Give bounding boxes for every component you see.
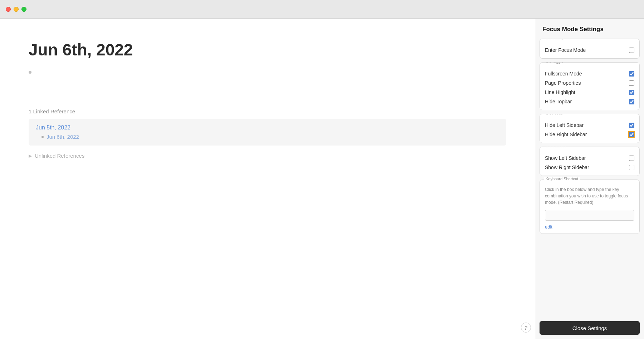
on-focus-group: On Focus Hide Left Sidebar Hide Right Si… [540,114,640,143]
fullscreen-mode-row: Fullscreen Mode [545,69,634,78]
right-panel: Focus Mode Settings On Startup Enter Foc… [535,19,644,339]
maximize-window-button[interactable] [21,7,26,12]
unlinked-references-label: Unlinked References [35,153,84,159]
app-body: Jun 6th, 2022 1 Linked Reference Jun 5th… [0,19,644,339]
on-focus-content: Hide Left Sidebar Hide Right Sidebar [540,114,639,143]
show-left-sidebar-label: Show Left Sidebar [545,155,586,161]
on-toggle-group: On Toggle Fullscreen Mode Page Propertie… [540,62,640,110]
fullscreen-mode-label: Fullscreen Mode [545,71,582,77]
show-right-sidebar-row: Show Right Sidebar [545,163,634,172]
linked-ref-sub: Jun 6th, 2022 [36,134,499,140]
hide-right-sidebar-row: Hide Right Sidebar [545,130,634,139]
line-highlight-label: Line Highlight [545,89,575,95]
references-section: 1 Linked Reference Jun 5th, 2022 Jun 6th… [29,101,506,159]
close-window-button[interactable] [6,7,11,12]
hide-left-sidebar-label: Hide Left Sidebar [545,122,584,128]
on-toggle-label: On Toggle [544,62,565,64]
show-right-sidebar-checkbox[interactable] [629,165,634,170]
keyboard-content: Click in the box below and type the key … [540,180,639,234]
hide-right-sidebar-label: Hide Right Sidebar [545,132,587,137]
keyboard-shortcut-label: Keyboard Shortcut [544,177,580,181]
keyboard-edit-link[interactable]: edit [545,224,552,230]
hide-topbar-row: Hide Topbar [545,97,634,106]
show-right-sidebar-label: Show Right Sidebar [545,164,589,170]
hide-right-sidebar-checkbox[interactable] [629,132,634,137]
page-properties-label: Page Properties [545,80,581,86]
enter-focus-mode-row: Enter Focus Mode [545,45,634,55]
keyboard-description: Click in the box below and type the key … [545,186,634,206]
linked-reference-item: Jun 5th, 2022 Jun 6th, 2022 [29,119,506,146]
page-title: Jun 6th, 2022 [29,40,506,59]
panel-scroll: On Startup Enter Focus Mode On Toggle Fu… [535,39,644,318]
hide-topbar-checkbox[interactable] [629,99,634,104]
traffic-lights [6,7,26,12]
panel-title: Focus Mode Settings [535,19,644,39]
minimize-window-button[interactable] [14,7,19,12]
page-properties-row: Page Properties [545,78,634,88]
bullet-point [29,71,31,74]
on-startup-label: On Startup [544,39,566,40]
on-focus-label: On Focus [544,114,564,115]
show-left-sidebar-row: Show Left Sidebar [545,153,634,163]
close-settings-button[interactable]: Close Settings [540,321,640,335]
linked-ref-sub-text: Jun 6th, 2022 [47,134,79,140]
hide-left-sidebar-checkbox[interactable] [629,123,634,128]
linked-references-header: 1 Linked Reference [29,101,506,114]
linked-ref-sub-bullet [42,136,44,138]
main-content: Jun 6th, 2022 1 Linked Reference Jun 5th… [0,19,535,339]
hide-left-sidebar-row: Hide Left Sidebar [545,121,634,130]
help-button[interactable]: ? [521,323,531,333]
unlinked-references-header[interactable]: ▶ Unlinked References [29,153,506,159]
show-left-sidebar-checkbox[interactable] [629,156,634,161]
line-highlight-checkbox[interactable] [629,90,634,95]
linked-ref-title[interactable]: Jun 5th, 2022 [36,124,499,131]
chevron-right-icon: ▶ [29,153,32,158]
hide-topbar-label: Hide Topbar [545,99,572,104]
on-unfocus-label: On Unfocus [544,147,568,148]
on-unfocus-content: Show Left Sidebar Show Right Sidebar [540,147,639,176]
enter-focus-mode-label: Enter Focus Mode [545,47,586,53]
on-startup-group: On Startup Enter Focus Mode [540,39,640,59]
fullscreen-mode-checkbox[interactable] [629,71,634,77]
on-unfocus-group: On Unfocus Show Left Sidebar Show Right … [540,147,640,176]
on-toggle-content: Fullscreen Mode Page Properties Line Hig… [540,63,639,110]
page-properties-checkbox[interactable] [629,80,634,86]
titlebar [0,0,644,19]
keyboard-shortcut-group: Keyboard Shortcut Click in the box below… [540,180,640,234]
on-startup-content: Enter Focus Mode [540,39,639,58]
line-highlight-row: Line Highlight [545,88,634,97]
keyboard-shortcut-input[interactable] [545,210,634,221]
enter-focus-mode-checkbox[interactable] [629,48,634,53]
